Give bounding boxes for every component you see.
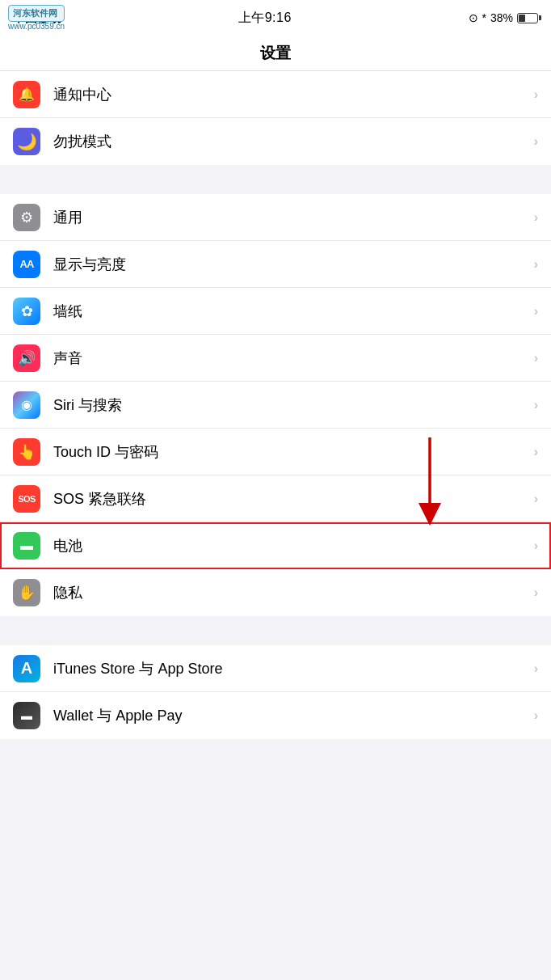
chevron-icon: ›: [534, 210, 538, 225]
do-not-disturb-label: 勿扰模式: [53, 132, 534, 151]
bluetooth-icon: *: [482, 11, 486, 24]
section-1: 🔔 通知中心 › 🌙 勿扰模式 ›: [0, 71, 551, 165]
settings-item-display-brightness[interactable]: AA 显示与亮度 ›: [0, 241, 551, 288]
settings-item-privacy[interactable]: ✋ 隐私 ›: [0, 569, 551, 616]
do-not-disturb-icon: 🌙: [13, 128, 40, 155]
section-2: ⚙ 通用 › AA 显示与亮度 › ✿ 墙纸 › 🔊 声音: [0, 194, 551, 616]
watermark-url: www.pc0359.cn: [8, 22, 65, 31]
battery-label: 电池: [53, 536, 534, 555]
chevron-icon: ›: [534, 585, 538, 600]
chevron-icon: ›: [534, 257, 538, 272]
settings-item-do-not-disturb[interactable]: 🌙 勿扰模式 ›: [0, 118, 551, 165]
touch-id-label: Touch ID 与密码: [53, 442, 534, 462]
settings-item-touch-id[interactable]: 👆 Touch ID 与密码 ›: [0, 429, 551, 475]
settings-item-sos[interactable]: SOS SOS 紧急联络 ›: [0, 475, 551, 522]
watermark-name: 河东软件网: [8, 5, 65, 22]
display-brightness-label: 显示与亮度: [53, 255, 534, 274]
siri-icon: ◉: [13, 391, 40, 419]
settings-item-wallpaper[interactable]: ✿ 墙纸 ›: [0, 288, 551, 335]
chevron-icon: ›: [534, 445, 538, 459]
wallet-label: Wallet 与 Apple Pay: [53, 706, 534, 725]
sounds-icon: 🔊: [13, 344, 40, 372]
touch-id-icon: 👆: [13, 438, 40, 466]
page-title-bar: 设置: [0, 36, 551, 71]
chevron-icon: ›: [534, 134, 538, 149]
section-gap-2: [0, 616, 551, 645]
settings-item-sounds[interactable]: 🔊 声音 ›: [0, 335, 551, 382]
chevron-icon: ›: [534, 304, 538, 319]
section-3: A iTunes Store 与 App Store › ▬ Wallet 与 …: [0, 645, 551, 739]
sounds-label: 声音: [53, 348, 534, 368]
wallet-icon: ▬: [13, 702, 40, 729]
chevron-icon: ›: [534, 87, 538, 102]
chevron-icon: ›: [534, 351, 538, 365]
chevron-icon: ›: [534, 539, 538, 553]
chevron-icon: ›: [534, 661, 538, 676]
settings-item-itunes-appstore[interactable]: A iTunes Store 与 App Store ›: [0, 645, 551, 692]
chevron-icon: ›: [534, 492, 538, 506]
status-indicators: ⊙ * 38%: [469, 11, 538, 24]
privacy-icon: ✋: [13, 579, 40, 606]
settings-item-general[interactable]: ⚙ 通用 ›: [0, 194, 551, 241]
settings-item-wallet[interactable]: ▬ Wallet 与 Apple Pay ›: [0, 692, 551, 739]
itunes-appstore-icon: A: [13, 655, 40, 682]
time-label: 上午9:16: [238, 10, 292, 27]
status-bar: 中国移动 上午9:16 ⊙ * 38%: [0, 0, 551, 36]
notification-center-label: 通知中心: [53, 85, 534, 104]
settings-item-notification-center[interactable]: 🔔 通知中心 ›: [0, 71, 551, 118]
battery-icon: [517, 13, 538, 23]
watermark: 河东软件网 www.pc0359.cn: [8, 5, 65, 31]
itunes-appstore-label: iTunes Store 与 App Store: [53, 659, 534, 678]
settings-item-battery[interactable]: ▬ 电池 ›: [0, 522, 551, 569]
wallpaper-label: 墙纸: [53, 302, 534, 321]
sos-label: SOS 紧急联络: [53, 489, 534, 509]
battery-percent: 38%: [490, 11, 513, 24]
location-icon: ⊙: [469, 11, 478, 24]
page-title: 设置: [260, 43, 291, 64]
section-gap-1: [0, 165, 551, 194]
settings-item-siri[interactable]: ◉ Siri 与搜索 ›: [0, 382, 551, 429]
sos-icon: SOS: [13, 485, 40, 513]
notification-center-icon: 🔔: [13, 81, 40, 108]
general-label: 通用: [53, 208, 534, 227]
settings-content: 🔔 通知中心 › 🌙 勿扰模式 › ⚙ 通用 › AA 显示与亮度 ›: [0, 71, 551, 739]
general-icon: ⚙: [13, 204, 40, 231]
siri-label: Siri 与搜索: [53, 395, 534, 415]
privacy-label: 隐私: [53, 583, 534, 602]
battery-setting-icon: ▬: [13, 532, 40, 560]
chevron-icon: ›: [534, 398, 538, 412]
wallpaper-icon: ✿: [13, 298, 40, 325]
display-brightness-icon: AA: [13, 251, 40, 278]
chevron-icon: ›: [534, 708, 538, 723]
